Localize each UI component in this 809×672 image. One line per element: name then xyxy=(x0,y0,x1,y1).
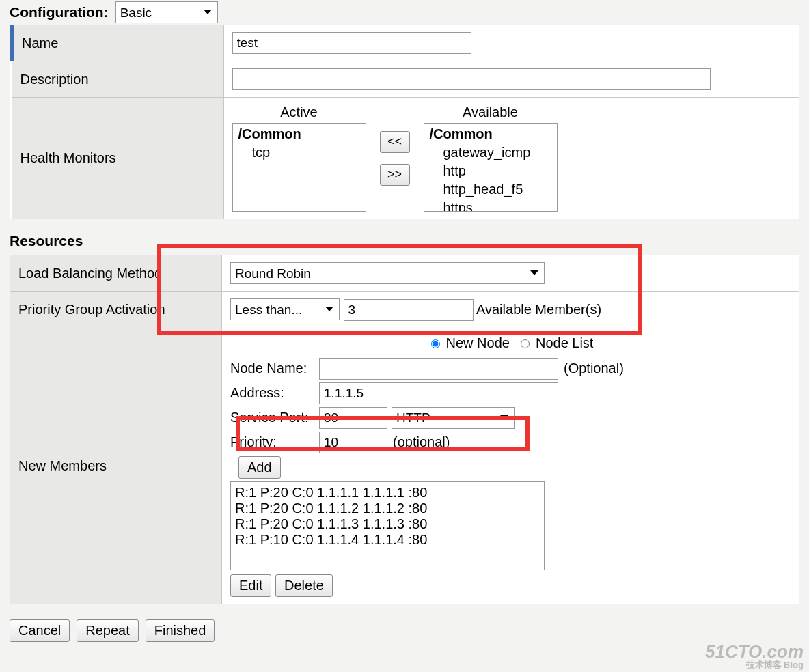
pga-value-input[interactable] xyxy=(344,299,474,321)
cancel-button[interactable]: Cancel xyxy=(10,619,70,642)
node-name-input[interactable] xyxy=(319,358,558,380)
hm-move-right-button[interactable]: >> xyxy=(380,164,410,186)
hm-move-left-button[interactable]: << xyxy=(380,131,410,153)
name-label: Name xyxy=(12,25,223,61)
watermark: 51CTO.com 技术博客 Blog xyxy=(705,643,804,650)
priority-label: Priority: xyxy=(230,434,319,450)
priority-input[interactable] xyxy=(319,432,387,453)
lbm-select[interactable]: Round Robin xyxy=(230,262,545,284)
name-input[interactable] xyxy=(232,32,471,54)
pga-suffix: Available Member(s) xyxy=(476,302,601,317)
hm-active-header: Active xyxy=(232,104,366,120)
pga-label: Priority Group Activation xyxy=(10,292,222,328)
list-item[interactable]: http xyxy=(424,162,557,180)
list-item[interactable]: tcp xyxy=(233,143,366,162)
hm-available-list[interactable]: /Common gateway_icmp http http_head_f5 h… xyxy=(424,123,558,212)
members-list[interactable]: R:1 P:20 C:0 1.1.1.1 1.1.1.1 :80 R:1 P:2… xyxy=(230,481,545,570)
add-button[interactable]: Add xyxy=(238,456,281,479)
configuration-label: Configuration: xyxy=(10,4,115,20)
description-label: Description xyxy=(12,61,223,98)
node-list-radio-label: Node List xyxy=(536,335,594,351)
list-item[interactable]: http_head_f5 xyxy=(424,180,557,199)
service-port-type-select[interactable]: HTTP xyxy=(392,407,515,429)
edit-button[interactable]: Edit xyxy=(230,574,271,597)
lbm-label: Load Balancing Method xyxy=(10,255,222,292)
configuration-mode-select[interactable]: Basic xyxy=(115,1,218,23)
new-node-radio-label: New Node xyxy=(446,335,510,351)
address-input[interactable] xyxy=(319,382,558,404)
service-port-input[interactable] xyxy=(319,407,387,429)
health-monitors-label: Health Monitors xyxy=(12,98,223,219)
new-node-radio[interactable] xyxy=(431,339,440,348)
pga-mode-select[interactable]: Less than... xyxy=(230,298,340,320)
list-item[interactable]: R:1 P:10 C:0 1.1.1.4 1.1.1.4 :80 xyxy=(235,532,540,548)
list-item[interactable]: gateway_icmp xyxy=(424,143,557,162)
node-list-radio[interactable] xyxy=(521,339,530,348)
description-input[interactable] xyxy=(232,68,711,90)
list-item[interactable]: R:1 P:20 C:0 1.1.1.2 1.1.1.2 :80 xyxy=(235,501,540,516)
hm-active-group: /Common xyxy=(233,125,366,143)
finished-button[interactable]: Finished xyxy=(146,619,215,642)
hm-avail-group: /Common xyxy=(424,125,557,143)
address-label: Address: xyxy=(230,385,319,401)
resources-table: Load Balancing Method Round Robin Priori… xyxy=(10,255,799,604)
list-item[interactable]: https xyxy=(424,199,557,212)
node-name-label: Node Name: xyxy=(230,361,319,376)
list-item[interactable]: R:1 P:20 C:0 1.1.1.3 1.1.1.3 :80 xyxy=(235,516,540,532)
repeat-button[interactable]: Repeat xyxy=(77,619,139,642)
service-port-label: Service Port: xyxy=(230,410,319,425)
priority-hint: (optional) xyxy=(393,434,450,450)
delete-button[interactable]: Delete xyxy=(275,574,333,597)
node-name-hint: (Optional) xyxy=(564,361,624,376)
resources-heading: Resources xyxy=(0,226,809,255)
hm-available-header: Available xyxy=(424,104,558,120)
configuration-table: Name Description Health Monitors Active … xyxy=(10,25,799,219)
list-item[interactable]: R:1 P:20 C:0 1.1.1.1 1.1.1.1 :80 xyxy=(235,485,540,501)
new-members-label: New Members xyxy=(10,328,222,604)
hm-active-list[interactable]: /Common tcp xyxy=(232,123,366,212)
